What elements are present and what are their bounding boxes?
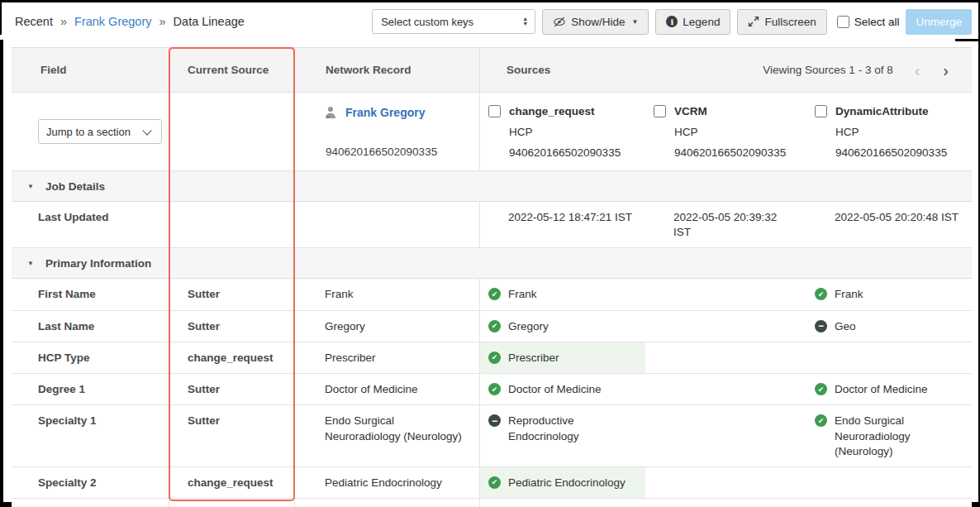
- source-entity-type: HCP: [835, 126, 972, 138]
- network-record-value: [295, 202, 480, 247]
- unmerge-button[interactable]: Unmerge: [906, 9, 972, 35]
- current-source-value: Sutter: [169, 374, 295, 404]
- source-value-text: Frank: [508, 287, 537, 302]
- chevron-down-icon: ▼: [631, 18, 638, 26]
- minus-circle-icon: −: [815, 320, 827, 332]
- source-name: VCRM: [674, 105, 707, 117]
- source-value-cell: ✔Active: [480, 499, 645, 507]
- check-circle-icon: ✔: [488, 383, 501, 395]
- source-column-title: change_request: [488, 105, 645, 117]
- current-source-value: change_request: [169, 467, 295, 498]
- source-value-cell: ✔Frank: [480, 279, 645, 309]
- current-source-value: Sutter: [169, 405, 295, 466]
- network-record-value: Frank: [295, 279, 480, 309]
- source-value-cell: ✔Endo Surgical Neuroradiology (Neurology…: [806, 405, 972, 466]
- breadcrumb-current: Data Lineage: [174, 15, 245, 28]
- source-value-cell: [645, 405, 806, 466]
- source-value-cell: [806, 342, 972, 373]
- source-value-text: Frank: [835, 287, 863, 302]
- frame-top: [0, 0, 980, 2]
- source-column-vcrm: VCRMHCP940620166502090335: [645, 93, 806, 170]
- lineage-rows: ▼Job DetailsLast Updated2022-05-12 18:47…: [12, 171, 972, 507]
- field-name: HCP Type: [12, 342, 169, 373]
- source-entity-type: HCP: [674, 126, 806, 138]
- toolbar: Recent » Frank Gregory » Data Lineage Se…: [0, 0, 980, 41]
- field-row-specialty-1: Specialty 1SutterEndo Surgical Neuroradi…: [12, 405, 972, 467]
- sources-paging: Viewing Sources 1 - 3 of 8 ‹ ›: [763, 62, 950, 79]
- eye-slash-icon: [553, 17, 566, 27]
- field-name: First Name: [12, 279, 169, 309]
- network-record-value: Gregory: [295, 311, 480, 342]
- info-icon: i: [666, 16, 678, 27]
- source-value-cell: ✔Prescriber: [480, 342, 645, 373]
- field-name: Degree 1: [12, 374, 169, 404]
- source-entity-id: 940620166502090335: [835, 146, 972, 159]
- header-current-source: Current Source: [169, 48, 295, 92]
- doctor-avatar-icon: [323, 105, 338, 120]
- source-value-cell: [645, 374, 806, 404]
- source-value-cell: ✔Pediatric Endocrinology: [480, 467, 645, 498]
- show-hide-button[interactable]: Show/Hide ▼: [542, 9, 649, 35]
- paging-status: Viewing Sources 1 - 3 of 8: [763, 64, 892, 76]
- field-row-status: StatusSutterActive✔Active✔Active: [12, 499, 972, 507]
- paging-prev-button[interactable]: ‹: [913, 62, 922, 79]
- select-all-checkbox[interactable]: [837, 16, 849, 28]
- fullscreen-button[interactable]: Fullscreen: [737, 9, 826, 35]
- check-circle-icon: ✔: [488, 352, 501, 364]
- paging-next-button[interactable]: ›: [941, 62, 950, 79]
- breadcrumb: Recent » Frank Gregory » Data Lineage: [15, 15, 245, 28]
- current-source-value: change_request: [169, 342, 295, 373]
- source-select-checkbox[interactable]: [815, 105, 827, 117]
- header-network-record: Network Record: [295, 48, 480, 92]
- source-column-change-request: change_requestHCP940620166502090335: [480, 93, 645, 170]
- source-entity-id: 940620166502090335: [674, 146, 806, 159]
- profile-current-source-cell: [169, 93, 295, 170]
- breadcrumb-recent[interactable]: Recent: [15, 15, 53, 28]
- network-profile-link[interactable]: Frank Gregory: [345, 106, 425, 119]
- toolbar-controls: Select custom keys ▲▼ Show/Hide ▼ i Lege…: [372, 9, 972, 35]
- source-entity-type: HCP: [509, 126, 645, 138]
- source-value-cell: ✔Gregory: [480, 311, 645, 342]
- frame-left-upper: [0, 0, 2, 35]
- breadcrumb-entity-link[interactable]: Frank Gregory: [74, 15, 151, 28]
- source-value-text: 2022-05-05 20:39:32 IST: [673, 210, 797, 240]
- section-row-primary-information[interactable]: ▼Primary Information: [12, 248, 972, 279]
- collapse-triangle-icon[interactable]: ▼: [27, 183, 34, 190]
- source-value-text: Endo Surgical Neuroradiology (Neurology): [835, 414, 962, 459]
- custom-keys-select[interactable]: Select custom keys: [372, 9, 535, 34]
- source-column-dynamicattribute: DynamicAttributeHCP940620166502090335: [806, 93, 972, 170]
- network-record-value: Endo Surgical Neuroradiology (Neurology): [295, 405, 480, 466]
- field-name: Specialty 1: [12, 405, 169, 466]
- source-value-cell: [645, 342, 806, 373]
- source-value-cell: [645, 279, 806, 309]
- network-record-value: Active: [295, 499, 480, 507]
- current-source-value: [169, 202, 295, 247]
- check-circle-icon: ✔: [815, 288, 827, 300]
- field-row-degree-1: Degree 1SutterDoctor of Medicine✔Doctor …: [12, 374, 972, 405]
- current-source-value: Sutter: [169, 311, 295, 342]
- breadcrumb-separator: »: [159, 15, 166, 28]
- source-value-cell: ✔Doctor of Medicine: [806, 374, 972, 404]
- check-circle-icon: ✔: [815, 414, 827, 427]
- field-name: Specialty 2: [12, 467, 169, 498]
- collapse-triangle-icon[interactable]: ▼: [27, 260, 34, 267]
- profile-row: Jump to a section Frank Gregory: [12, 93, 972, 171]
- source-value-text: Gregory: [508, 319, 549, 334]
- source-select-checkbox[interactable]: [488, 105, 501, 117]
- source-value-text: Reproductive Endocrinology: [508, 414, 635, 443]
- check-circle-icon: ✔: [815, 383, 827, 395]
- network-record-cell: Frank Gregory 940620166502090335: [295, 93, 480, 170]
- field-row-last-name: Last NameSutterGregory✔Gregory−Geo: [12, 311, 972, 342]
- check-circle-icon: ✔: [488, 476, 501, 489]
- source-value-text: 2022-05-05 20:20:48 IST: [835, 210, 959, 225]
- section-row-job-details[interactable]: ▼Job Details: [12, 171, 972, 202]
- source-value-cell: ✔Doctor of Medicine: [480, 374, 645, 404]
- legend-button[interactable]: i Legend: [655, 9, 730, 35]
- source-select-checkbox[interactable]: [654, 105, 666, 117]
- network-record-value: Pediatric Endocrinology: [295, 467, 480, 498]
- source-name: change_request: [509, 105, 595, 117]
- minus-circle-icon: −: [488, 414, 501, 427]
- source-value-cell: [645, 467, 806, 498]
- jump-to-section-select[interactable]: Jump to a section: [38, 119, 162, 144]
- source-value-cell: [806, 467, 972, 498]
